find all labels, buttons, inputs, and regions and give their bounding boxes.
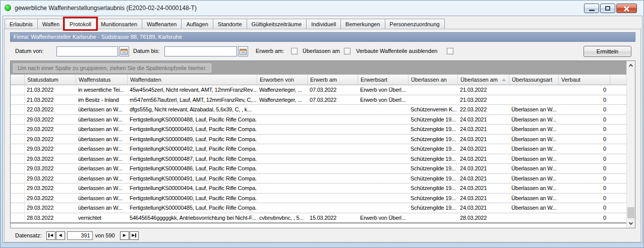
cell-waffenstatus: überlassen an W... xyxy=(76,164,128,173)
column-header-filler xyxy=(610,75,626,85)
ueberlassen-am-checkbox[interactable] xyxy=(344,48,350,54)
cell-erwerbsart xyxy=(358,105,408,114)
tab-bemerkungen[interactable]: Bemerkungen xyxy=(341,19,385,29)
cell-waffendaten: FertigstellungKS00000492, Lauf, Pacific … xyxy=(128,144,257,154)
title-bar: gewerbliche Waffenherstellungserlaubnis … xyxy=(1,1,643,16)
cell-erwerbsart xyxy=(358,115,408,125)
protokoll-grid: Um nach einer Spalte zu gruppieren, zieh… xyxy=(10,60,635,228)
cell-waffenstatus: überlassen an W... xyxy=(76,115,128,125)
tab-standorte[interactable]: Standorte xyxy=(213,19,247,29)
row-indicator xyxy=(11,174,25,183)
scrollbar-thumb[interactable] xyxy=(627,207,634,218)
cell-erwerbsart xyxy=(358,203,408,213)
table-row[interactable]: 29.03.2022überlassen an W...Fertigstellu… xyxy=(11,174,626,184)
verbaute-waffenteile-checkbox[interactable] xyxy=(447,48,453,54)
cell-erworben-von xyxy=(257,164,308,173)
tab-erlaubnis[interactable]: Erlaubnis xyxy=(5,19,38,29)
cell-erwerbsart xyxy=(358,194,408,203)
cell-verbaut: 0 xyxy=(559,125,610,134)
scroll-up-button[interactable] xyxy=(627,61,635,70)
data-end-line xyxy=(11,223,626,223)
column-header-statusdatum[interactable]: Statusdatum xyxy=(25,75,76,85)
cell-uberlassen-am: 21.03.2022 xyxy=(458,95,509,105)
erwerb-am-checkbox[interactable] xyxy=(291,48,298,54)
cell-waffendaten: FertigstellungKS00000493, Lauf, Pacific … xyxy=(128,125,257,134)
datum-bis-input[interactable] xyxy=(164,46,237,56)
cell-uberlassen-an xyxy=(408,213,458,223)
cell-waffenstatus: überlassen an W... xyxy=(76,144,128,154)
column-header-erworben-von[interactable]: Erworben von xyxy=(257,75,308,85)
column-header-waffenstatus[interactable]: Waffenstatus xyxy=(76,75,128,85)
cell-uberlassungsart: Überlassen an W... xyxy=(509,125,559,134)
table-row[interactable]: 29.03.2022überlassen an W...Fertigstellu… xyxy=(11,203,626,213)
tab-individuell[interactable]: Individuell xyxy=(307,19,341,29)
cell-verbaut: 0 xyxy=(559,183,610,193)
indicator-column-header xyxy=(11,75,25,85)
first-record-button[interactable]: ◀ xyxy=(46,231,55,240)
cell-waffendaten: FertigstellungKS00000485, Lauf, Pacific … xyxy=(128,203,257,213)
scroll-down-button[interactable] xyxy=(627,219,635,228)
row-indicator xyxy=(11,125,25,134)
table-row[interactable]: 28.03.2022vernichtet546456546gggggkk, An… xyxy=(11,213,626,223)
tab-munitionsarten[interactable]: Munitionsarten xyxy=(96,19,142,29)
tab-personenzuordnung[interactable]: Personenzuordnung xyxy=(385,19,445,29)
table-row[interactable]: 29.03.2022überlassen an W...Fertigstellu… xyxy=(11,144,626,154)
tab-auflagen[interactable]: Auflagen xyxy=(182,19,213,29)
cell-uberlassen-am: 24.03.2021 xyxy=(458,125,509,134)
column-header-uberlassen-am[interactable]: Überlassen am xyxy=(458,75,509,85)
table-row[interactable]: 29.03.2022überlassen an W...Fertigstellu… xyxy=(11,135,626,145)
previous-record-button[interactable]: ◀ xyxy=(56,231,65,240)
cell-erwerb-am xyxy=(308,144,358,154)
cell-statusdatum: 29.03.2022 xyxy=(25,203,76,213)
window-content: ErlaubnisWaffenProtokollMunitionsartenWa… xyxy=(3,16,642,243)
firma-header-bar: Firma: Waffenhersteller Karlsruhe - Süds… xyxy=(10,32,635,42)
table-row[interactable]: 29.03.2022überlassen an W...Fertigstellu… xyxy=(11,164,626,174)
column-header-verbaut[interactable]: Verbaut xyxy=(559,75,610,85)
grid-main: Um nach einer Spalte zu gruppieren, zieh… xyxy=(11,61,626,228)
tab-protokoll[interactable]: Protokoll xyxy=(65,18,96,29)
tab-waffenarten[interactable]: Waffenarten xyxy=(142,19,182,29)
cell-waffendaten: FertigstellungKS00000486, Lauf, Pacific … xyxy=(128,164,257,173)
column-header-uberlassen-an[interactable]: Überlassen an xyxy=(408,75,458,85)
cell-erworben-von xyxy=(257,125,308,134)
next-record-button[interactable]: ▶ xyxy=(120,231,129,240)
table-row[interactable]: 22.03.2022überlassen an W...dfgs555g, Ni… xyxy=(11,105,626,115)
cell-erworben-von: Waffenzerleger, ... xyxy=(257,85,308,95)
close-button[interactable] xyxy=(616,4,637,13)
cell-erwerbsart xyxy=(358,125,408,134)
table-row[interactable]: 21.03.2022im Besitz - Inlandm547em567lau… xyxy=(11,95,626,105)
datum-von-input[interactable] xyxy=(56,46,118,56)
maximize-button[interactable] xyxy=(600,4,615,13)
table-row[interactable]: 29.03.2022überlassen an W...Fertigstellu… xyxy=(11,154,626,164)
table-row[interactable]: 29.03.2022überlassen an W...Fertigstellu… xyxy=(11,194,626,204)
tab-waffen[interactable]: Waffen xyxy=(38,19,65,29)
column-header-uberlassungsart[interactable]: Überlassungsart xyxy=(509,75,559,85)
cell-uberlassungsart xyxy=(509,85,559,95)
last-record-button[interactable]: ▶ xyxy=(130,231,139,240)
group-by-panel[interactable]: Um nach einer Spalte zu gruppieren, zieh… xyxy=(11,61,626,75)
row-indicator xyxy=(11,203,25,213)
cell-statusdatum: 28.03.2022 xyxy=(25,213,76,223)
datum-bis-calendar-button[interactable] xyxy=(238,46,248,56)
cell-erworben-von xyxy=(257,144,308,154)
column-header-erwerbsart[interactable]: Erwerbsart xyxy=(358,75,408,85)
cell-erwerb-am xyxy=(308,105,358,114)
record-number-input[interactable] xyxy=(67,231,93,240)
cell-erworben-von xyxy=(257,115,308,125)
column-header-erwerb-am[interactable]: Erwerb am xyxy=(308,75,358,85)
table-row[interactable]: 21.03.2022in wesentliche Tei...45w45n45z… xyxy=(11,85,626,95)
vertical-scrollbar[interactable] xyxy=(626,61,635,228)
cell-uberlassen-an: Schützengilde 19... xyxy=(408,135,458,144)
table-row[interactable]: 29.03.2022überlassen an W...Fertigstellu… xyxy=(11,125,626,135)
table-row[interactable]: 29.03.2022überlassen an W...Fertigstellu… xyxy=(11,183,626,194)
row-indicator xyxy=(11,213,25,223)
row-indicator xyxy=(11,105,25,114)
cell-statusdatum: 29.03.2022 xyxy=(25,183,76,193)
column-header-waffendaten[interactable]: Waffendaten xyxy=(128,75,257,85)
datum-von-calendar-button[interactable] xyxy=(119,46,129,56)
table-row[interactable]: 29.03.2022überlassen an W...Fertigstellu… xyxy=(11,115,626,125)
ermitteln-button[interactable]: Ermitteln xyxy=(583,46,631,57)
cell-waffendaten: 546456546gggggkk, Antriebsvorrichtung be… xyxy=(128,213,257,223)
tab-gultigkeitszeitraume[interactable]: Gültigkeitszeiträume xyxy=(247,19,307,29)
minimize-button[interactable] xyxy=(584,4,599,13)
